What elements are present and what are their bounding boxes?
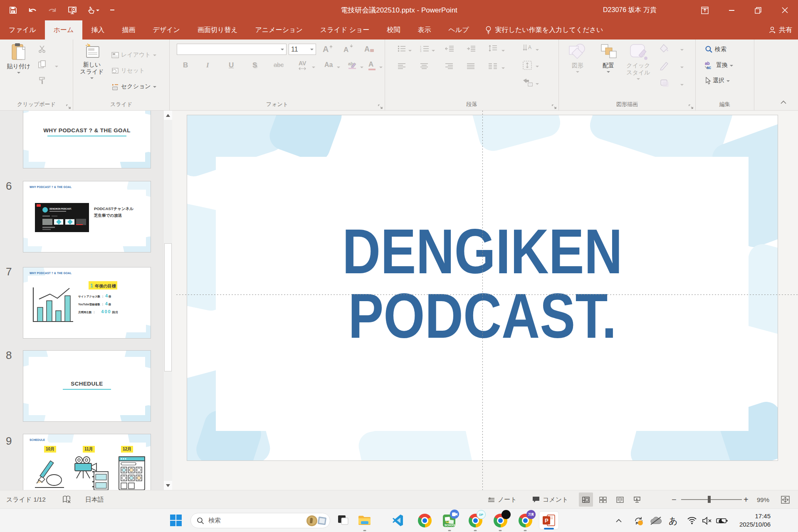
tell-me-box[interactable]: 実行したい作業を入力してください — [478, 20, 611, 40]
thumbnail-slide-8[interactable]: SCHEDULE — [23, 350, 151, 422]
accessibility-checker-icon[interactable] — [62, 490, 72, 509]
ime-mode-indicator[interactable]: あ — [669, 509, 678, 532]
chrome-icon[interactable] — [417, 512, 432, 528]
tab-file[interactable]: ファイル — [0, 20, 45, 40]
comments-button[interactable]: コメント — [532, 490, 568, 509]
shapes-button[interactable]: 図形 — [564, 43, 591, 74]
task-view-button[interactable] — [335, 512, 351, 528]
shape-effects-icon[interactable] — [660, 79, 670, 89]
close-button[interactable] — [771, 0, 798, 20]
scroll-down-button[interactable] — [164, 481, 172, 490]
bullets-icon[interactable] — [398, 45, 406, 54]
vertical-drawing-guide[interactable] — [482, 111, 483, 490]
cut-icon[interactable] — [38, 45, 47, 54]
scroll-up-button[interactable] — [164, 111, 172, 120]
replace-button[interactable]: abac 置換 — [705, 61, 733, 69]
tab-home[interactable]: ホーム — [45, 20, 83, 40]
align-text-icon[interactable] — [522, 60, 533, 72]
tab-insert[interactable]: 挿入 — [82, 20, 113, 40]
font-size-combobox[interactable]: 11 — [289, 44, 316, 55]
clipboard-dialog-launcher[interactable] — [66, 103, 71, 108]
tab-design[interactable]: デザイン — [144, 20, 189, 40]
chrome-profile-dp-icon[interactable]: DP — [467, 512, 483, 528]
vscode-icon[interactable] — [390, 512, 406, 528]
font-name-combobox[interactable] — [177, 44, 287, 55]
align-center-icon[interactable] — [420, 63, 428, 71]
thumbnail-slide-7[interactable]: WHY PODCAST ? & THE GOAL 1 年後の目標 サイトアクセス… — [23, 267, 151, 339]
format-painter-icon[interactable] — [38, 76, 47, 86]
text-direction-icon[interactable]: A — [522, 44, 533, 54]
font-dialog-launcher[interactable] — [378, 103, 383, 108]
shrink-font-button[interactable]: A — [343, 44, 353, 55]
school-app-icon[interactable]: SCHOOL — [442, 512, 457, 528]
paragraph-dialog-launcher[interactable] — [552, 103, 556, 108]
zoom-slider[interactable] — [681, 490, 742, 509]
tab-review[interactable]: 校閲 — [378, 20, 409, 40]
grow-font-button[interactable]: A — [322, 44, 333, 55]
select-button[interactable]: 選択 — [705, 77, 730, 84]
slide-sorter-view-button[interactable] — [596, 492, 610, 507]
thumbnail-slide-9[interactable]: SCHEDULE 10月 11月 12月 — [23, 434, 151, 490]
tab-help[interactable]: ヘルプ — [440, 20, 477, 40]
decrease-indent-icon[interactable] — [445, 45, 454, 54]
layout-button[interactable]: レイアウト — [111, 51, 156, 59]
powerpoint-taskbar-icon[interactable]: P — [539, 511, 559, 530]
notes-button[interactable]: ノート — [488, 490, 517, 509]
copy-dropdown[interactable] — [55, 66, 58, 69]
sync-status-icon[interactable] — [633, 509, 645, 532]
quick-styles-button[interactable]: クイック スタイル — [625, 43, 652, 82]
chrome-profile-black-icon[interactable] — [492, 512, 508, 528]
slide-indicator[interactable]: スライド 1/12 — [6, 490, 46, 509]
share-button[interactable]: 共有 — [769, 20, 792, 40]
fit-slide-to-window-button[interactable] — [781, 490, 790, 509]
minimize-button[interactable] — [718, 0, 745, 20]
zoom-in-button[interactable]: + — [744, 490, 749, 509]
tab-draw[interactable]: 描画 — [113, 20, 144, 40]
collapse-ribbon-button[interactable] — [780, 99, 787, 106]
onedrive-paused-icon[interactable] — [650, 509, 662, 532]
clear-formatting-button[interactable]: A — [363, 44, 375, 55]
zoom-level[interactable]: 99% — [757, 490, 769, 509]
justify-icon[interactable] — [467, 63, 475, 71]
paste-dropdown[interactable] — [17, 72, 20, 75]
shape-outline-icon[interactable] — [660, 61, 670, 72]
align-right-icon[interactable] — [445, 63, 453, 71]
line-spacing-icon[interactable] — [488, 45, 497, 54]
slide-editor-area[interactable]: DENGIKEN PODCAST. — [172, 111, 798, 490]
find-button[interactable]: 検索 — [705, 45, 726, 53]
user-name[interactable]: D23076 坂本 万貴 — [603, 0, 657, 20]
tray-chevron-icon[interactable] — [615, 509, 622, 532]
tab-transitions[interactable]: 画面切り替え — [189, 20, 247, 40]
reading-view-button[interactable] — [613, 492, 627, 507]
copy-icon[interactable] — [38, 60, 46, 70]
zoom-out-button[interactable]: − — [672, 490, 677, 509]
scrollbar-thumb[interactable] — [164, 243, 172, 371]
tab-animations[interactable]: アニメーション — [247, 20, 311, 40]
slideshow-view-button[interactable] — [630, 492, 644, 507]
bold-button[interactable]: B — [183, 61, 188, 69]
section-button[interactable]: セクション — [111, 83, 156, 90]
taskbar-search-box[interactable]: 検索 — [190, 513, 330, 528]
restore-button[interactable] — [745, 0, 771, 20]
change-case-button[interactable]: Aa — [324, 61, 333, 69]
language-indicator[interactable]: 日本語 — [85, 490, 104, 509]
align-left-icon[interactable] — [398, 63, 406, 71]
font-color-button[interactable]: A — [368, 60, 376, 70]
character-spacing-button[interactable]: AV — [299, 59, 306, 70]
tab-slideshow[interactable]: スライド ショー — [311, 20, 378, 40]
tab-view[interactable]: 表示 — [409, 20, 440, 40]
start-button[interactable] — [168, 512, 184, 528]
new-slide-button[interactable]: 新しい スライド — [79, 43, 105, 81]
normal-view-button[interactable] — [579, 492, 593, 507]
horizontal-drawing-guide[interactable] — [176, 294, 798, 295]
battery-icon[interactable] — [716, 509, 728, 532]
increase-indent-icon[interactable] — [467, 45, 476, 54]
zoom-slider-thumb[interactable] — [708, 496, 711, 503]
convert-smartart-icon[interactable] — [522, 78, 533, 89]
paste-button[interactable]: 貼り付け — [6, 43, 32, 75]
thumbnail-slide-5[interactable]: WHY PODCAST ? & THE GOAL — [23, 111, 151, 168]
drawing-dialog-launcher[interactable] — [689, 103, 693, 108]
wifi-icon[interactable] — [687, 509, 697, 532]
thumbnail-scrollbar[interactable] — [163, 111, 172, 490]
ribbon-display-options-button[interactable] — [692, 0, 718, 20]
